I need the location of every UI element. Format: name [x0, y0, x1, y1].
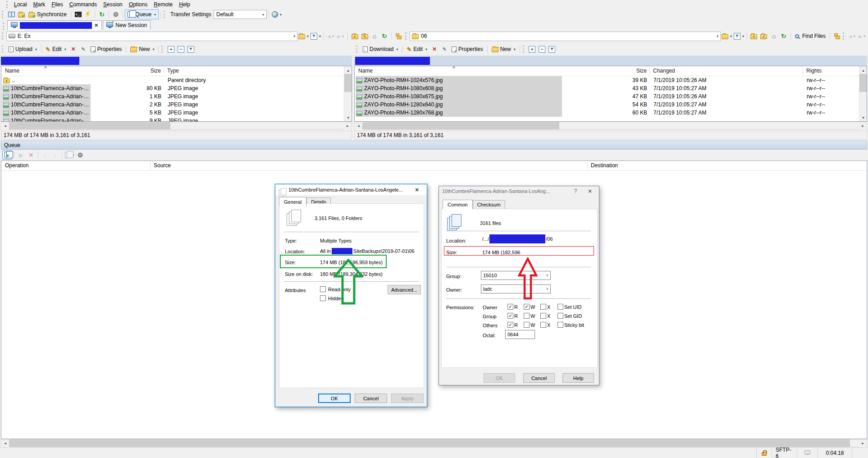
help-button[interactable]	[570, 186, 581, 196]
remote-path-field[interactable]: 06 ▾	[410, 32, 721, 41]
refresh-button[interactable]	[97, 10, 107, 19]
scroll-left-icon[interactable]: ◂	[1, 122, 9, 130]
column-header-size[interactable]: Size	[607, 68, 647, 74]
synchronize-browsing-button[interactable]	[16, 10, 26, 19]
back-button[interactable]	[847, 32, 857, 41]
perm-owner-x[interactable]: X	[540, 304, 550, 310]
scroll-left-icon[interactable]: ◂	[1, 440, 9, 447]
cancel-button[interactable]: Cancel	[523, 373, 555, 383]
file-row[interactable]: ZAYO-Photo-RMH-1280x768.jpg 60 KB 7/1/20…	[355, 109, 859, 117]
checkbox[interactable]	[540, 304, 546, 310]
home-directory-button[interactable]	[769, 32, 779, 41]
synchronize-button[interactable]: Synchronize	[26, 10, 69, 19]
column-divider[interactable]	[164, 67, 164, 75]
select-same-ext-button[interactable]	[186, 45, 196, 54]
scroll-down-icon[interactable]: ▾	[344, 114, 352, 121]
column-header-source[interactable]: Source	[154, 162, 171, 169]
scroll-down-icon[interactable]: ▾	[859, 114, 867, 121]
bottom-horizontal-scrollbar[interactable]: ◂ ▸	[1, 439, 867, 447]
forward-button[interactable]	[857, 32, 867, 41]
checkbox[interactable]	[507, 313, 513, 319]
octal-input[interactable]: 0644	[505, 330, 535, 339]
column-header-name[interactable]: Name	[358, 68, 373, 74]
menu-options[interactable]: Options	[126, 0, 151, 9]
column-header-destination[interactable]: Destination	[591, 162, 618, 169]
checkbox[interactable]	[507, 322, 513, 328]
open-directory-button[interactable]	[721, 32, 733, 41]
file-row[interactable]: 10thCumbreFlamenca-Adrian-Santana-LosAng…	[2, 109, 343, 117]
queue-resume-button[interactable]	[16, 151, 26, 160]
column-divider[interactable]	[649, 67, 650, 75]
protocol-status[interactable]: SFTP-6	[772, 448, 797, 458]
remote-horizontal-scrollbar[interactable]: ◂ ▸	[354, 122, 867, 130]
file-row-parent[interactable]: ↑ .. Parent directory	[2, 76, 343, 84]
scrollbar-thumb[interactable]	[344, 74, 352, 92]
rename-button[interactable]	[439, 45, 449, 54]
column-header-type[interactable]: Type	[167, 68, 179, 74]
column-header-size[interactable]: Size	[110, 68, 161, 74]
download-button[interactable]: Download	[361, 45, 400, 54]
find-files-button[interactable]: Find Files	[793, 32, 828, 41]
root-directory-button[interactable]: /	[759, 32, 769, 41]
queue-delete-button[interactable]	[26, 151, 36, 160]
perm-others-x[interactable]: X	[540, 322, 550, 328]
file-row[interactable]: ZAYO-Photo-RMH-1080x675.jpg 47 KB 7/1/20…	[355, 92, 859, 101]
checkbox[interactable]	[540, 322, 546, 328]
rename-button[interactable]	[78, 45, 88, 54]
perm-owner-setuid[interactable]: Set UID	[557, 304, 582, 310]
apply-button[interactable]: Apply	[391, 394, 424, 403]
column-header-operation[interactable]: Operation	[5, 162, 29, 169]
directory-tree-button[interactable]	[393, 32, 403, 41]
queue-show-button[interactable]	[2, 151, 12, 160]
select-files-button[interactable]: +	[527, 45, 537, 54]
tab-general[interactable]: General	[279, 197, 306, 206]
parent-directory-button[interactable]: ↑	[749, 32, 759, 41]
scrollbar-thumb[interactable]	[362, 122, 559, 129]
delete-button[interactable]	[69, 45, 78, 54]
perm-group-w[interactable]: W	[524, 313, 535, 319]
filter-button[interactable]	[733, 32, 745, 41]
queue-preferences-button[interactable]	[75, 151, 85, 160]
ok-button[interactable]: OK	[484, 373, 515, 383]
close-tab-icon[interactable]	[94, 23, 98, 28]
menu-files[interactable]: Files	[48, 0, 66, 9]
perm-group-setgid[interactable]: Set GID	[557, 313, 582, 319]
upload-button[interactable]: Upload	[6, 45, 39, 54]
file-row[interactable]: 10thCumbreFlamenca-Adrian-Santana-LosAng…	[2, 84, 343, 92]
queue-toggle-button[interactable]: Queue	[125, 9, 159, 19]
unselect-files-button[interactable]: −	[176, 45, 186, 54]
home-directory-button[interactable]	[370, 32, 379, 41]
perm-owner-w[interactable]: W	[524, 304, 535, 310]
menu-help[interactable]: Help	[176, 0, 193, 9]
checkbox[interactable]	[507, 304, 513, 310]
menu-commands[interactable]: Commands	[66, 0, 100, 9]
column-divider[interactable]	[150, 162, 151, 169]
new-session-tab[interactable]: New Session	[103, 20, 151, 30]
column-header-changed[interactable]: Changed	[653, 68, 675, 74]
edit-button[interactable]: Edit	[404, 45, 429, 54]
scroll-up-icon[interactable]: ▴	[859, 66, 867, 74]
refresh-panel-button[interactable]	[779, 32, 789, 41]
checkbox[interactable]	[524, 322, 530, 328]
column-header-name[interactable]: Name	[5, 68, 19, 74]
scrollbar-thumb[interactable]	[9, 440, 850, 447]
session-tab-active[interactable]	[7, 20, 102, 30]
menu-remote[interactable]: Remote	[151, 0, 176, 9]
advanced-button[interactable]: Advanced...	[388, 285, 421, 294]
properties-button[interactable]: Properties	[449, 45, 485, 54]
checkbox[interactable]	[557, 304, 563, 310]
preferences-button[interactable]	[111, 10, 121, 19]
help-button[interactable]: Help	[562, 373, 594, 383]
file-row[interactable]: 10thCumbreFlamenca-Adrian-Santana-LosAng…	[2, 101, 343, 109]
directory-tree-button[interactable]	[832, 32, 842, 41]
open-directory-button[interactable]	[297, 32, 310, 41]
perm-group-x[interactable]: X	[540, 313, 550, 319]
close-button[interactable]	[410, 185, 424, 195]
checkbox[interactable]	[524, 304, 530, 310]
scrollbar-thumb[interactable]	[9, 122, 170, 129]
delete-button[interactable]	[429, 45, 439, 54]
transfer-options-button[interactable]	[271, 10, 283, 19]
properties-button[interactable]: Properties	[88, 45, 124, 54]
checkbox[interactable]	[524, 313, 530, 319]
checkbox[interactable]	[557, 313, 563, 319]
